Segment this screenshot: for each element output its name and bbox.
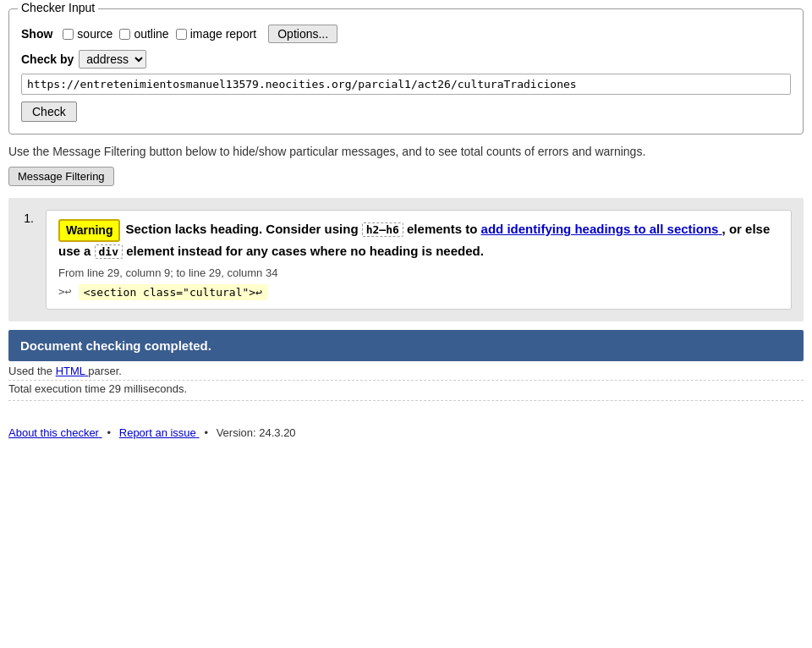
- parser-label: Used the: [8, 365, 52, 377]
- image-report-checkbox[interactable]: [176, 29, 187, 40]
- report-link[interactable]: Report an issue: [119, 426, 200, 439]
- checker-input-legend: Checker Input: [18, 1, 98, 14]
- version-text: Version: 24.3.20: [217, 426, 296, 439]
- result-code-line: >↩ <section class="cultural">↩: [58, 283, 779, 300]
- report-label: Report an issue: [119, 426, 196, 439]
- result-number: 1.: [20, 210, 34, 225]
- info-text: Use the Message Filtering button below t…: [8, 145, 804, 158]
- separator-1: •: [107, 426, 112, 439]
- code-prefix: >↩: [58, 285, 72, 298]
- outline-checkbox-label[interactable]: outline: [119, 27, 168, 41]
- about-link[interactable]: About this checker: [8, 426, 102, 439]
- checker-input-section: Checker Input Show source outline image …: [8, 8, 804, 135]
- outline-label: outline: [134, 27, 168, 41]
- source-checkbox[interactable]: [63, 29, 74, 40]
- options-button[interactable]: Options...: [268, 25, 337, 43]
- url-input[interactable]: [21, 74, 791, 95]
- result-message-line: WarningSection lacks heading. Consider u…: [58, 219, 779, 261]
- link-text: add identifying headings to all sections: [481, 222, 719, 236]
- footer: About this checker • Report an issue • V…: [8, 426, 804, 439]
- separator-2: •: [204, 426, 208, 439]
- html-link-text: HTML: [56, 365, 85, 377]
- page-wrapper: Checker Input Show source outline image …: [0, 8, 812, 439]
- outline-checkbox[interactable]: [119, 29, 130, 40]
- result-item: 1. WarningSection lacks heading. Conside…: [20, 210, 792, 310]
- execution-info: Total execution time 29 milliseconds.: [8, 382, 804, 401]
- image-report-label: image report: [190, 27, 257, 41]
- warning-badge: Warning: [58, 219, 120, 242]
- code-content: <section class="cultural">↩: [79, 284, 267, 300]
- result-location: From line 29, column 9; to line 29, colu…: [58, 266, 779, 279]
- check-by-label: Check by: [21, 52, 74, 66]
- show-label: Show: [21, 27, 52, 41]
- add-headings-link[interactable]: add identifying headings to all sections: [481, 222, 722, 236]
- parser-info: Used the HTML parser.: [8, 365, 804, 381]
- image-report-checkbox-label[interactable]: image report: [176, 27, 257, 41]
- show-row: Show source outline image report Options…: [21, 25, 791, 43]
- message-filtering-button[interactable]: Message Filtering: [8, 167, 114, 186]
- message-mid: elements to: [407, 222, 477, 236]
- code-div: div: [95, 244, 123, 259]
- message-end: element instead for any cases where no h…: [126, 244, 484, 258]
- parser-suffix: parser.: [88, 365, 122, 377]
- code-h2-h6: h2–h6: [362, 222, 403, 237]
- source-label: source: [77, 27, 112, 41]
- check-by-select[interactable]: address: [79, 50, 146, 69]
- source-checkbox-label[interactable]: source: [63, 27, 112, 41]
- about-label: About this checker: [8, 426, 99, 439]
- html-parser-link[interactable]: HTML: [56, 365, 89, 377]
- check-by-row: Check by address: [21, 50, 791, 69]
- completion-bar: Document checking completed.: [8, 330, 804, 361]
- results-area: 1. WarningSection lacks heading. Conside…: [8, 198, 804, 321]
- result-content: WarningSection lacks heading. Consider u…: [46, 210, 792, 310]
- message-before-link: Section lacks heading. Consider using: [125, 222, 358, 236]
- check-button[interactable]: Check: [21, 102, 77, 122]
